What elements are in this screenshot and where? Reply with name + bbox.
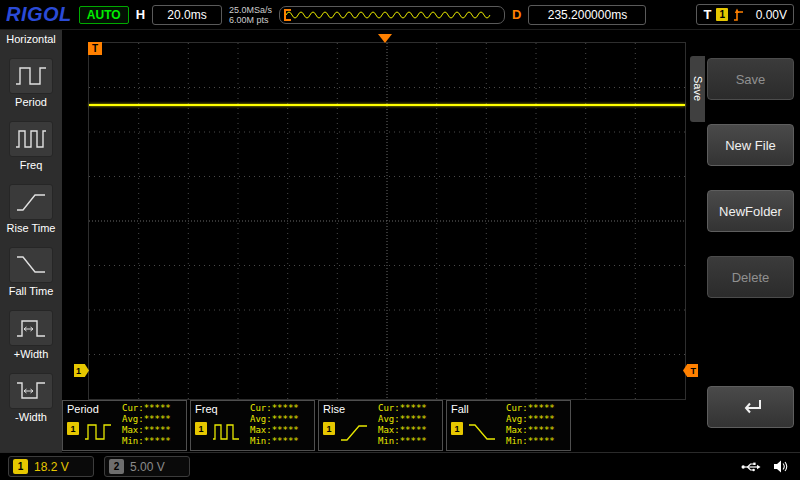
sidebar-item-label: -Width (15, 411, 47, 423)
memory-depth: 6.00M pts (229, 15, 269, 25)
measurement-stats: Cur:***** Avg:***** Max:***** Min:***** (122, 403, 184, 447)
acquisition-info: 25.0MSa/s 6.00M pts (229, 5, 272, 25)
display-grid (88, 42, 686, 400)
softkey-menu: Save Save New File NewFolder Delete (690, 30, 800, 452)
measurement-panel-freq: Freq 1 Cur:***** Avg:***** Max:***** Min… (190, 400, 315, 451)
minus-width-icon (9, 373, 53, 409)
measurement-channel-badge: 1 (195, 422, 207, 435)
menu-button-back[interactable] (707, 386, 794, 428)
stat-avg: Avg:***** (250, 414, 312, 425)
sidebar-item-period[interactable]: Period (9, 58, 53, 108)
trigger-source-badge: 1 (716, 8, 728, 21)
sidebar-title: Horizontal (6, 33, 56, 45)
freq-icon (211, 421, 241, 447)
menu-button-new-file[interactable]: New File (707, 124, 794, 166)
sidebar-item-freq[interactable]: Freq (9, 121, 53, 171)
stat-min: Min:***** (250, 436, 312, 447)
measurement-stats: Cur:***** Avg:***** Max:***** Min:***** (250, 403, 312, 447)
measurement-channel-badge: 1 (323, 422, 335, 435)
speaker-icon (773, 460, 788, 473)
stat-cur: Cur:***** (122, 403, 184, 414)
stat-avg: Avg:***** (506, 414, 568, 425)
trigger-corner-badge: T (88, 42, 102, 55)
stat-cur: Cur:***** (506, 403, 568, 414)
channel1-scale: 18.2 V (34, 460, 69, 474)
measurement-panel-rise: Rise 1 Cur:***** Avg:***** Max:***** Min… (318, 400, 443, 451)
trigger-status: T 1 0.00V (696, 4, 794, 25)
usb-icon (741, 461, 761, 473)
trigger-position-marker[interactable] (378, 34, 392, 43)
stat-min: Min:***** (506, 436, 568, 447)
sidebar-item-label: Fall Time (9, 285, 54, 297)
stat-cur: Cur:***** (378, 403, 440, 414)
stat-max: Max:***** (122, 425, 184, 436)
left-sidebar: Horizontal Period Freq Rise Time Fall Ti… (0, 30, 62, 452)
oscilloscope-screen: RIGOL AUTO H 20.0ms 25.0MSa/s 6.00M pts … (0, 0, 800, 480)
stat-cur: Cur:***** (250, 403, 312, 414)
rise-time-icon (339, 421, 369, 447)
channel1-offset-marker[interactable]: 1 (74, 364, 89, 377)
delay-label: D (512, 7, 521, 22)
menu-title-tab: Save (690, 56, 705, 122)
stat-avg: Avg:***** (122, 414, 184, 425)
sidebar-item-rise-time[interactable]: Rise Time (7, 184, 56, 234)
measurement-name: Fall (451, 403, 469, 415)
plus-width-icon (9, 310, 53, 346)
channel2-status[interactable]: 2 5.00 V (104, 456, 190, 477)
stat-min: Min:***** (378, 436, 440, 447)
measurement-channel-badge: 1 (67, 422, 79, 435)
waveform-trace-ch1 (89, 104, 685, 106)
sidebar-item-label: Period (15, 96, 47, 108)
measurement-name: Period (67, 403, 99, 415)
preview-waveform-icon (280, 7, 502, 21)
measurement-name: Freq (195, 403, 218, 415)
return-arrow-icon (738, 397, 764, 417)
period-icon (9, 58, 53, 94)
channel1-status[interactable]: 1 18.2 V (8, 456, 94, 477)
channel2-scale: 5.00 V (130, 460, 165, 474)
menu-button-delete[interactable]: Delete (707, 256, 794, 298)
measurement-name: Rise (323, 403, 345, 415)
sidebar-item-fall-time[interactable]: Fall Time (9, 247, 54, 297)
menu-button-save[interactable]: Save (707, 58, 794, 100)
sample-rate: 25.0MSa/s (229, 5, 272, 15)
stat-avg: Avg:***** (378, 414, 440, 425)
stat-min: Min:***** (122, 436, 184, 447)
status-icons (741, 460, 792, 473)
rise-time-icon (9, 184, 53, 220)
measurement-row: Period 1 Cur:***** Avg:***** Max:***** M… (62, 400, 571, 451)
run-status-badge: AUTO (79, 6, 129, 24)
display-window-bracket-icon (284, 9, 291, 21)
measurement-panel-fall: Fall 1 Cur:***** Avg:***** Max:***** Min… (446, 400, 571, 451)
trigger-level-value: 0.00V (749, 8, 787, 22)
bottom-bar: 1 18.2 V 2 5.00 V (0, 452, 800, 480)
measurement-channel-badge: 1 (451, 422, 463, 435)
measurement-stats: Cur:***** Avg:***** Max:***** Min:***** (506, 403, 568, 447)
trigger-slope-icon (733, 8, 744, 22)
stat-max: Max:***** (250, 425, 312, 436)
fall-time-icon (9, 247, 53, 283)
sidebar-item-label: Freq (20, 159, 43, 171)
sidebar-item-minus-width[interactable]: -Width (9, 373, 53, 423)
channel2-badge: 2 (109, 459, 124, 474)
sidebar-item-label: Rise Time (7, 222, 56, 234)
stat-max: Max:***** (378, 425, 440, 436)
brand-logo: RIGOL (6, 3, 72, 26)
sidebar-item-plus-width[interactable]: +Width (9, 310, 53, 360)
freq-icon (9, 121, 53, 157)
sidebar-item-label: +Width (14, 348, 49, 360)
stat-max: Max:***** (506, 425, 568, 436)
trigger-label: T (703, 7, 711, 22)
delay-value: 235.200000ms (528, 5, 646, 25)
waveform-memory-preview (279, 6, 505, 24)
horizontal-label: H (136, 7, 145, 22)
menu-button-new-folder[interactable]: NewFolder (707, 190, 794, 232)
timebase-value: 20.0ms (152, 5, 222, 25)
fall-time-icon (467, 421, 497, 447)
measurement-panel-period: Period 1 Cur:***** Avg:***** Max:***** M… (62, 400, 187, 451)
channel1-badge: 1 (13, 459, 28, 474)
period-icon (83, 421, 113, 447)
graticule (89, 43, 685, 399)
measurement-stats: Cur:***** Avg:***** Max:***** Min:***** (378, 403, 440, 447)
top-bar: RIGOL AUTO H 20.0ms 25.0MSa/s 6.00M pts … (0, 0, 800, 30)
